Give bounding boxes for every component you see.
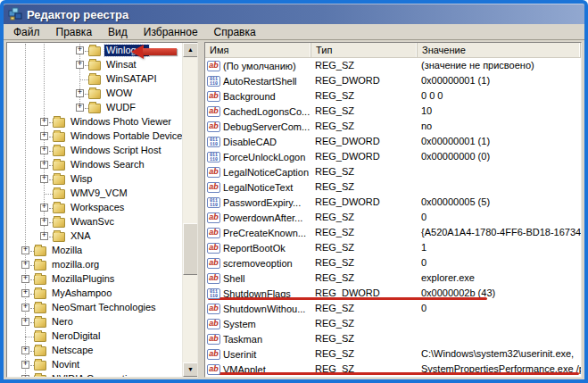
tree-item-label[interactable]: Wisp bbox=[69, 173, 94, 185]
value-row[interactable]: abSystemREG_SZ bbox=[205, 316, 581, 331]
value-row[interactable]: abCachedLogonsCo...REG_SZ10 bbox=[205, 104, 581, 119]
expand-plus-icon[interactable]: + bbox=[40, 232, 48, 240]
menu-edit[interactable]: Правка bbox=[48, 25, 101, 39]
tree-item-label[interactable]: XNA bbox=[69, 230, 93, 242]
tree-item-label[interactable]: NeroDigital bbox=[50, 330, 102, 342]
tree-item[interactable]: +Windows Portable Devices bbox=[7, 129, 182, 144]
tree-item[interactable]: WinSATAPI bbox=[7, 72, 182, 87]
tree-item-label[interactable]: NVIDIA Corporation bbox=[50, 373, 140, 377]
expand-plus-icon[interactable]: + bbox=[76, 89, 84, 97]
scroll-up-icon[interactable]: ▲ bbox=[183, 43, 198, 57]
expand-plus-icon[interactable]: + bbox=[21, 275, 29, 283]
value-row[interactable]: abDebugServerCom...REG_SZno bbox=[205, 119, 581, 134]
tree-item[interactable]: +NeoSmart Technologies bbox=[7, 301, 182, 315]
expand-plus-icon[interactable]: + bbox=[40, 204, 48, 212]
tree-item[interactable]: +MyAshampoo bbox=[7, 287, 182, 301]
tree-item-label[interactable]: Windows Portable Devices bbox=[69, 130, 182, 142]
expand-plus-icon[interactable]: + bbox=[40, 118, 48, 126]
tree-item[interactable]: +Mozilla bbox=[7, 244, 182, 258]
tree-item-label[interactable]: Workspaces bbox=[69, 202, 126, 213]
expand-plus-icon[interactable]: + bbox=[21, 246, 29, 254]
tree-item[interactable]: +Winsat bbox=[7, 58, 182, 72]
tree-item-label[interactable]: Netscape bbox=[50, 345, 95, 356]
tree-item[interactable]: NeroDigital bbox=[7, 329, 182, 344]
tree-item[interactable]: +Wisp bbox=[7, 172, 182, 187]
expand-plus-icon[interactable]: + bbox=[76, 46, 84, 54]
value-row[interactable]: ab(По умолчанию)REG_SZ(значение не присв… bbox=[205, 58, 581, 73]
expand-plus-icon[interactable]: + bbox=[21, 361, 29, 369]
tree-item[interactable]: +WUDF bbox=[7, 101, 182, 115]
value-row[interactable]: abLegalNoticeTextREG_SZ bbox=[205, 179, 581, 195]
tree-item[interactable]: +NVIDIA Corporation bbox=[7, 372, 182, 377]
value-row[interactable]: abPreCreateKnown...REG_SZ{A520A1A4-1780-… bbox=[205, 225, 581, 240]
value-row[interactable]: abUserinitREG_SZC:\Windows\system32\user… bbox=[205, 346, 581, 362]
tree-item[interactable]: +mozilla.org bbox=[7, 258, 182, 272]
column-header-name[interactable]: Имя bbox=[205, 43, 311, 57]
value-row[interactable]: abPowerdownAfter...REG_SZ0 bbox=[205, 210, 581, 225]
expand-plus-icon[interactable]: + bbox=[40, 175, 48, 183]
column-header-value[interactable]: Значение bbox=[418, 43, 581, 57]
expand-plus-icon[interactable]: + bbox=[21, 289, 29, 297]
expand-plus-icon[interactable]: + bbox=[40, 146, 48, 154]
expand-plus-icon[interactable]: + bbox=[40, 132, 48, 140]
tree-item-label[interactable]: Mozilla bbox=[50, 245, 84, 256]
expand-plus-icon[interactable]: + bbox=[21, 304, 29, 312]
value-row[interactable]: abReportBootOkREG_SZ1 bbox=[205, 240, 581, 255]
tree-item[interactable]: +Winlogon bbox=[7, 44, 182, 58]
tree-scrollbar[interactable]: ▲ ▼ bbox=[182, 43, 197, 377]
tree-item[interactable]: +Nero bbox=[7, 315, 182, 329]
tree-item-label[interactable]: Windows Photo Viewer bbox=[69, 116, 173, 128]
tree-item[interactable]: +MozillaPlugins bbox=[7, 272, 182, 287]
value-row[interactable]: 011110ForceUnlockLogonREG_DWORD0x0000000… bbox=[205, 149, 581, 164]
value-row[interactable]: abTaskmanREG_SZ bbox=[205, 331, 581, 346]
tree-item[interactable]: +WwanSvc bbox=[7, 215, 182, 229]
tree-item-label[interactable]: WwanSvc bbox=[69, 216, 116, 228]
tree-item-label[interactable]: Winsat bbox=[104, 59, 138, 71]
expand-plus-icon[interactable]: + bbox=[76, 104, 84, 112]
value-row[interactable]: abShellREG_SZexplorer.exe bbox=[205, 271, 581, 286]
tree-item[interactable]: +Novint bbox=[7, 358, 182, 372]
expand-plus-icon[interactable]: + bbox=[21, 346, 29, 354]
expand-plus-icon[interactable]: + bbox=[21, 318, 29, 326]
tree-item-label[interactable]: Windows Script Host bbox=[69, 145, 162, 156]
tree-item-label[interactable]: WinSATAPI bbox=[104, 73, 158, 85]
tree-item-label[interactable]: WMV9_VCM bbox=[69, 187, 129, 199]
value-row[interactable]: abShutdownWithou...REG_SZ0 bbox=[205, 301, 581, 316]
column-header-type[interactable]: Тип bbox=[311, 43, 418, 57]
tree-item[interactable]: +Windows Script Host bbox=[7, 144, 182, 158]
value-row[interactable]: abLegalNoticeCaptionREG_SZ bbox=[205, 164, 581, 179]
value-row[interactable]: abscremoveoptionREG_SZ0 bbox=[205, 255, 581, 271]
tree-item-label[interactable]: WUDF bbox=[104, 102, 137, 113]
tree-item-label[interactable]: Novint bbox=[50, 359, 81, 371]
tree-item[interactable]: +Netscape bbox=[7, 344, 182, 358]
tree-item[interactable]: WMV9_VCM bbox=[7, 187, 182, 201]
tree-item[interactable]: +Workspaces bbox=[7, 201, 182, 215]
tree-item-label[interactable]: MozillaPlugins bbox=[50, 273, 116, 285]
value-row[interactable]: 011110PasswordExpiry...REG_DWORD0x000000… bbox=[205, 195, 581, 210]
tree-item-label[interactable]: Windows Search bbox=[69, 159, 146, 171]
menu-favorites[interactable]: Избранное bbox=[136, 25, 206, 39]
tree-item-label[interactable]: WOW bbox=[104, 87, 134, 99]
expand-plus-icon[interactable]: + bbox=[76, 61, 84, 69]
tree-item-label[interactable]: Winlogon bbox=[104, 45, 149, 56]
value-row[interactable]: abBackgroundREG_SZ0 0 0 bbox=[205, 88, 581, 104]
expand-plus-icon[interactable]: + bbox=[40, 161, 48, 169]
expand-plus-icon[interactable]: + bbox=[40, 218, 48, 226]
expand-plus-icon[interactable]: + bbox=[21, 375, 29, 377]
tree-item[interactable]: +WOW bbox=[7, 87, 182, 101]
tree-item[interactable]: +Windows Search bbox=[7, 158, 182, 172]
tree-item-label[interactable]: mozilla.org bbox=[50, 259, 101, 271]
value-row[interactable]: 011110DisableCADREG_DWORD0x00000001 (1) bbox=[205, 134, 581, 149]
tree-item-label[interactable]: MyAshampoo bbox=[50, 287, 113, 299]
tree-item[interactable]: +Windows Photo Viewer bbox=[7, 115, 182, 129]
tree-item-label[interactable]: NeoSmart Technologies bbox=[50, 302, 158, 313]
title-bar[interactable]: Редактор реестра bbox=[4, 4, 584, 24]
menu-help[interactable]: Справка bbox=[206, 25, 264, 39]
menu-file[interactable]: Файл bbox=[5, 25, 48, 39]
scrollbar-thumb[interactable] bbox=[183, 223, 198, 275]
value-row[interactable]: 011110AutoRestartShellREG_DWORD0x0000000… bbox=[205, 73, 581, 88]
scroll-down-icon[interactable]: ▼ bbox=[183, 362, 198, 377]
tree-item-label[interactable]: Nero bbox=[50, 316, 75, 328]
expand-plus-icon[interactable]: + bbox=[21, 261, 29, 269]
tree-item[interactable]: +XNA bbox=[7, 229, 182, 244]
